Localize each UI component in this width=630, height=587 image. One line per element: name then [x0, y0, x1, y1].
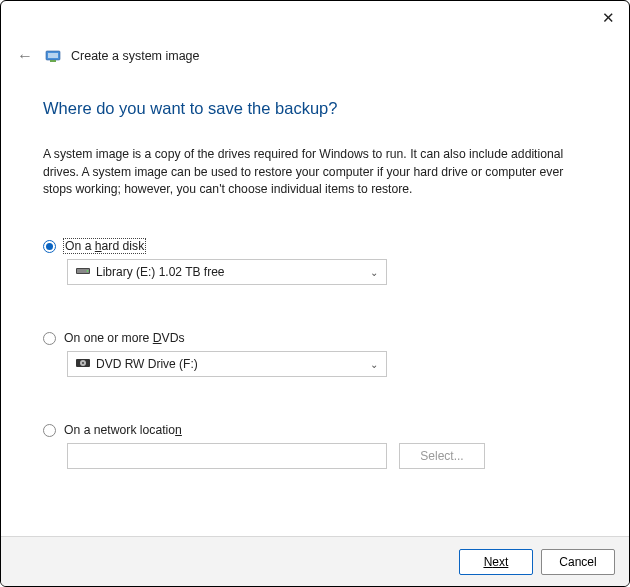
chevron-down-icon: ⌄: [370, 267, 378, 278]
next-button[interactable]: Next: [459, 549, 533, 575]
hard-disk-combo[interactable]: Library (E:) 1.02 TB free ⌄: [67, 259, 387, 285]
chevron-down-icon: ⌄: [370, 359, 378, 370]
radio-hard-disk-label: On a hard disk: [64, 239, 145, 253]
hdd-icon: [76, 266, 90, 278]
back-arrow-icon[interactable]: ←: [15, 45, 35, 67]
radio-icon: [43, 332, 56, 345]
option-network: On a network location Select...: [43, 423, 591, 469]
close-icon[interactable]: ✕: [602, 9, 615, 27]
hard-disk-combo-value: Library (E:) 1.02 TB free: [96, 265, 225, 279]
option-hard-disk: On a hard disk Library (E:) 1.02 TB free…: [43, 239, 591, 285]
network-path-input[interactable]: [67, 443, 387, 469]
svg-rect-1: [48, 53, 58, 58]
select-button[interactable]: Select...: [399, 443, 485, 469]
heading: Where do you want to save the backup?: [43, 99, 591, 118]
svg-rect-2: [50, 60, 56, 62]
radio-dvd-label: On one or more DVDs: [64, 331, 185, 345]
cancel-button[interactable]: Cancel: [541, 549, 615, 575]
svg-point-8: [82, 362, 84, 364]
description: A system image is a copy of the drives r…: [43, 146, 591, 199]
svg-point-5: [87, 270, 89, 272]
radio-network-label: On a network location: [64, 423, 182, 437]
footer: Next Cancel: [1, 536, 629, 586]
option-dvd: On one or more DVDs DVD RW Drive (F:) ⌄: [43, 331, 591, 377]
dvd-drive-icon: [76, 357, 90, 371]
header-row: ← Create a system image: [1, 39, 629, 67]
content-area: Where do you want to save the backup? A …: [1, 67, 629, 469]
radio-dvd[interactable]: On one or more DVDs: [43, 331, 591, 345]
network-row: Select...: [67, 443, 591, 469]
radio-hard-disk[interactable]: On a hard disk: [43, 239, 591, 253]
dvd-combo[interactable]: DVD RW Drive (F:) ⌄: [67, 351, 387, 377]
system-image-icon: [45, 48, 61, 64]
dvd-combo-value: DVD RW Drive (F:): [96, 357, 198, 371]
radio-network[interactable]: On a network location: [43, 423, 591, 437]
titlebar: ✕: [1, 1, 629, 39]
page-title: Create a system image: [71, 49, 200, 63]
radio-icon: [43, 240, 56, 253]
radio-icon: [43, 424, 56, 437]
